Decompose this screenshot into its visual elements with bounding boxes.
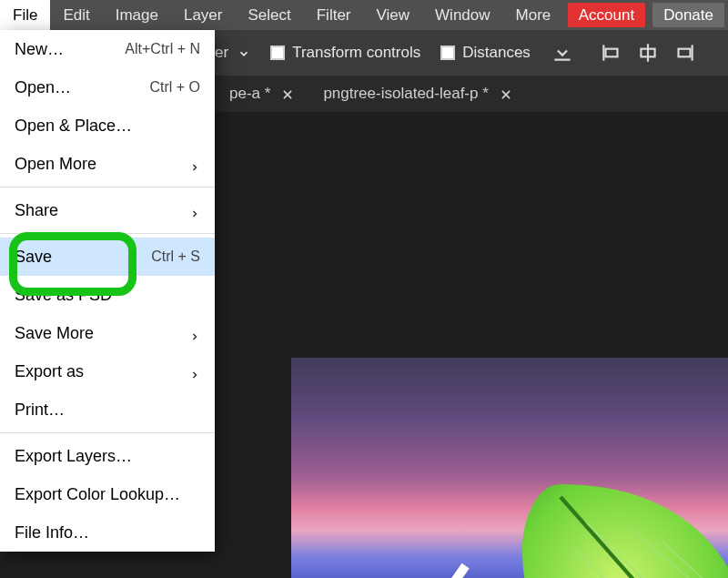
menu-file[interactable]: File	[0, 0, 50, 30]
distances-label: Distances	[462, 44, 531, 62]
menu-more[interactable]: More	[503, 0, 564, 30]
close-icon[interactable]	[281, 87, 294, 100]
checkbox-icon	[440, 46, 455, 60]
file-menu-dropdown: New…Alt+Ctrl + NOpen…Ctrl + OOpen & Plac…	[0, 30, 215, 552]
menu-item[interactable]: Share	[0, 191, 215, 229]
menu-item-label: Save as PSD	[15, 286, 200, 305]
close-icon[interactable]	[500, 87, 512, 100]
tool-selector[interactable]: er	[215, 44, 250, 62]
menu-item-label: File Info…	[15, 523, 200, 543]
align-left-icon[interactable]	[600, 41, 623, 65]
tab-title: pe-a *	[229, 85, 270, 103]
menu-select[interactable]: Select	[235, 0, 303, 30]
document-tab[interactable]: pngtree-isolated-leaf-p *	[308, 76, 526, 112]
menu-item[interactable]: Export as	[0, 352, 215, 390]
download-icon[interactable]	[551, 41, 574, 65]
svg-rect-5	[678, 49, 690, 57]
menu-item-label: Open…	[15, 78, 149, 97]
menu-item-label: Open & Place…	[15, 117, 200, 136]
menu-item-shortcut: Alt+Ctrl + N	[125, 41, 200, 57]
tab-title: pngtree-isolated-leaf-p *	[323, 85, 488, 103]
menu-edit[interactable]: Edit	[50, 0, 102, 30]
menu-item-label: New…	[15, 40, 125, 59]
menu-image[interactable]: Image	[103, 0, 171, 30]
menu-item[interactable]: Open More	[0, 145, 215, 183]
align-center-icon[interactable]	[636, 41, 660, 65]
leaf-image	[510, 472, 728, 578]
menu-item[interactable]: Open & Place…	[0, 106, 215, 145]
account-button[interactable]: Account	[568, 3, 645, 27]
canvas-image	[291, 358, 728, 578]
menu-item[interactable]: Export Layers…	[0, 437, 215, 475]
menu-item[interactable]: Save More	[0, 314, 215, 352]
tool-selector-text: er	[215, 44, 228, 62]
distances-checkbox[interactable]: Distances	[440, 44, 531, 62]
menu-item-label: Save	[15, 248, 151, 267]
chevron-down-icon	[238, 46, 250, 59]
menu-item-label: Share	[15, 201, 189, 220]
menu-view[interactable]: View	[364, 0, 423, 30]
transform-controls-label: Transform controls	[292, 44, 420, 62]
donate-button[interactable]: Donate	[652, 3, 724, 27]
align-right-icon[interactable]	[672, 41, 696, 65]
menu-item-label: Print…	[15, 401, 200, 420]
menu-item[interactable]: New…Alt+Ctrl + N	[0, 30, 215, 68]
menu-separator	[0, 233, 215, 234]
transform-controls-checkbox[interactable]: Transform controls	[270, 44, 420, 62]
chevron-right-icon	[189, 328, 200, 339]
menu-item-shortcut: Ctrl + S	[151, 248, 200, 265]
menu-item-label: Save More	[15, 324, 189, 343]
menu-layer[interactable]: Layer	[171, 0, 236, 30]
menubar: File Edit Image Layer Select Filter View…	[0, 0, 728, 30]
menu-item[interactable]: File Info…	[0, 513, 215, 552]
chevron-right-icon	[189, 366, 200, 377]
menu-item-label: Export as	[15, 362, 189, 381]
document-tab[interactable]: pe-a *	[215, 76, 308, 112]
menu-item-label: Export Layers…	[15, 447, 200, 466]
menu-item-label: Export Color Lookup…	[15, 485, 200, 504]
menu-item[interactable]: Save as PSD	[0, 276, 215, 314]
menu-item[interactable]: Open…Ctrl + O	[0, 68, 215, 106]
svg-rect-1	[605, 49, 617, 57]
menu-window[interactable]: Window	[422, 0, 502, 30]
menu-filter[interactable]: Filter	[304, 0, 364, 30]
menu-item[interactable]: Export Color Lookup…	[0, 475, 215, 513]
menu-item-shortcut: Ctrl + O	[149, 79, 200, 96]
menu-separator	[0, 432, 215, 433]
chevron-right-icon	[189, 158, 200, 169]
menu-item-label: Open More	[15, 155, 189, 174]
menu-separator	[0, 187, 215, 188]
checkbox-icon	[270, 46, 285, 60]
chevron-right-icon	[189, 205, 200, 216]
menu-item[interactable]: SaveCtrl + S	[0, 238, 215, 276]
menu-item[interactable]: Print…	[0, 390, 215, 429]
align-group	[600, 41, 696, 65]
